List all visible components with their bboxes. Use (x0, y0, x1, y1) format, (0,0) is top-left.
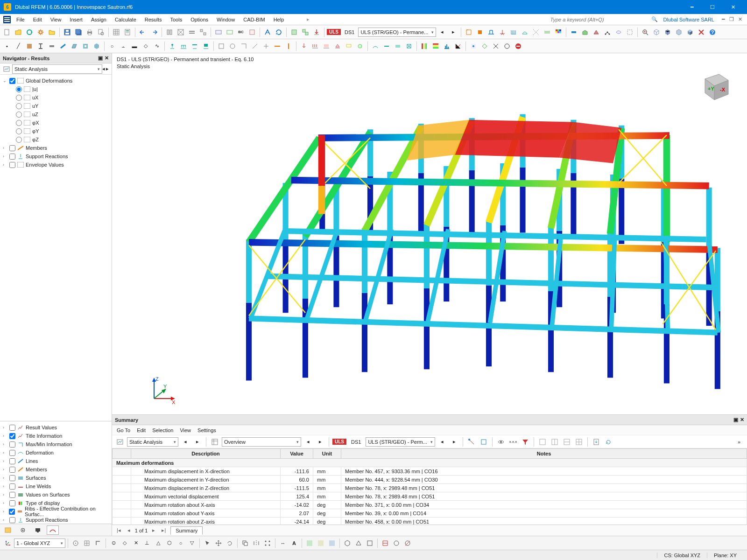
zoom-fit-icon[interactable] (640, 27, 650, 37)
tool2-o-icon[interactable] (381, 41, 392, 51)
line-support-icon[interactable] (178, 41, 189, 51)
bt-clip-icon[interactable] (380, 538, 390, 548)
guides-icon[interactable] (531, 27, 541, 37)
tool2-c-icon[interactable] (239, 41, 249, 51)
tool2-h-icon[interactable] (299, 41, 309, 51)
sum-prev1[interactable]: ◂ (180, 437, 190, 447)
bt-select-icon[interactable] (202, 538, 212, 548)
color-icon[interactable] (553, 27, 564, 37)
menu-window[interactable]: Window (212, 15, 239, 24)
display-b-icon[interactable] (580, 27, 590, 37)
option-check[interactable] (9, 517, 15, 523)
panel-close-icon[interactable]: ✕ (740, 417, 744, 423)
save-icon[interactable] (62, 27, 72, 37)
bt-copy-icon[interactable] (240, 538, 250, 548)
eccentricity-icon[interactable]: ⫠ (118, 41, 128, 51)
table-row[interactable]: Maximum displacement in Y-direction60.0m… (113, 476, 747, 484)
solid-body-icon[interactable] (92, 41, 102, 51)
tool2-w-icon[interactable] (479, 41, 490, 51)
summary-tab[interactable]: Summary (170, 526, 203, 535)
hinge-icon[interactable]: ○ (107, 41, 117, 51)
bt-array-icon[interactable] (262, 538, 273, 548)
bt-front-icon[interactable] (365, 538, 375, 548)
close-x-icon[interactable] (696, 27, 706, 37)
analysis-type-combo[interactable]: Static Analysis (12, 64, 102, 74)
sum-grid-a-icon[interactable] (537, 437, 548, 447)
toggle-a-icon[interactable] (542, 27, 552, 37)
bt-ortho-icon[interactable] (93, 538, 103, 548)
tool2-j-icon[interactable] (321, 41, 331, 51)
thickness-icon[interactable] (47, 41, 57, 51)
tree-expand-icon[interactable]: › (3, 501, 7, 505)
option-check[interactable] (9, 509, 15, 515)
tool2-t-icon[interactable] (442, 41, 452, 51)
envelope-check[interactable] (9, 162, 15, 168)
addon-d-icon[interactable] (247, 27, 257, 37)
bt-snapmid-icon[interactable]: ◇ (120, 538, 130, 548)
material-icon[interactable] (24, 41, 35, 51)
tool2-q-icon[interactable] (404, 41, 414, 51)
minimize-button[interactable]: ━ (682, 0, 702, 14)
tool2-f-icon[interactable] (272, 41, 282, 51)
option-check[interactable] (9, 467, 15, 473)
radio-u[interactable] (16, 86, 22, 92)
solid-icon[interactable] (475, 27, 485, 37)
option-check[interactable] (9, 492, 15, 498)
bt-persp-icon[interactable] (353, 538, 364, 548)
load-arrow-icon[interactable] (311, 27, 322, 37)
sum-next2[interactable]: ▸ (315, 437, 325, 447)
bt-text-icon[interactable]: A (289, 538, 299, 548)
bt-view1-icon[interactable] (304, 538, 315, 548)
bt-grid-icon[interactable] (82, 538, 92, 548)
sum-tool-b-icon[interactable] (479, 437, 489, 447)
tree-expand-icon[interactable]: › (3, 442, 7, 447)
tree-item-ux[interactable]: uX (32, 95, 38, 100)
box-shaded-icon[interactable] (685, 27, 695, 37)
deformations-check[interactable] (9, 78, 15, 84)
struct-a-icon[interactable] (486, 27, 496, 37)
sum-edit[interactable]: Edit (137, 427, 146, 433)
tree-expand-icon[interactable]: › (3, 162, 7, 167)
menu-insert[interactable]: Insert (65, 15, 87, 24)
sum-grid-c-icon[interactable] (562, 437, 572, 447)
tab-display-icon[interactable] (17, 525, 29, 535)
option-label[interactable]: Title Information (26, 433, 62, 439)
bt-snap7-icon[interactable]: ○ (176, 538, 186, 548)
node-icon[interactable]: • (2, 41, 12, 51)
report-icon[interactable] (122, 27, 133, 37)
tool-d-icon[interactable] (198, 27, 208, 37)
tree-expand-icon[interactable]: › (3, 476, 7, 480)
option-check[interactable] (9, 441, 15, 448)
radio-phix[interactable] (16, 120, 22, 126)
sum-selection[interactable]: Selection (152, 427, 173, 433)
members-check[interactable] (9, 145, 15, 151)
help-icon[interactable]: ? (707, 27, 718, 37)
tool2-g-icon[interactable] (283, 41, 294, 51)
option-check[interactable] (9, 450, 15, 456)
bt-snapnear-icon[interactable]: △ (153, 538, 163, 548)
recalc-icon[interactable] (274, 27, 284, 37)
pager-last[interactable]: ▸| (160, 527, 168, 533)
bt-dim-icon[interactable]: ↔ (278, 538, 288, 548)
table-row[interactable]: Maximum vectorial displacement125.4mmMem… (113, 492, 747, 501)
radio-phiz[interactable] (16, 137, 22, 143)
table-row[interactable]: Maximum rotation about Y-axis2.07degMemb… (113, 509, 747, 518)
spring-icon[interactable]: ∿ (152, 41, 162, 51)
gcs-combo[interactable]: 1 - Global XYZ (14, 539, 65, 548)
tree-item-uy[interactable]: uY (32, 103, 38, 109)
pager-next[interactable]: ▸ (150, 527, 157, 533)
rigid-icon[interactable]: ▬ (129, 41, 140, 51)
tool2-y-icon[interactable] (502, 41, 512, 51)
wire-icon[interactable] (464, 27, 474, 37)
app-menu-icon[interactable] (2, 14, 12, 25)
tree-expand-icon[interactable]: › (3, 467, 7, 472)
bt-move-icon[interactable] (213, 538, 224, 548)
tree-item-uz[interactable]: uZ (32, 112, 38, 117)
member-icon[interactable] (58, 41, 68, 51)
tool2-r-icon[interactable] (419, 41, 430, 51)
sum-settings[interactable]: Settings (197, 427, 216, 433)
addon-c-icon[interactable]: BC (236, 27, 246, 37)
tree-group-envelope[interactable]: Envelope Values (26, 162, 64, 168)
option-label[interactable]: Line Welds (26, 483, 51, 489)
sum-view[interactable]: View (180, 427, 191, 433)
